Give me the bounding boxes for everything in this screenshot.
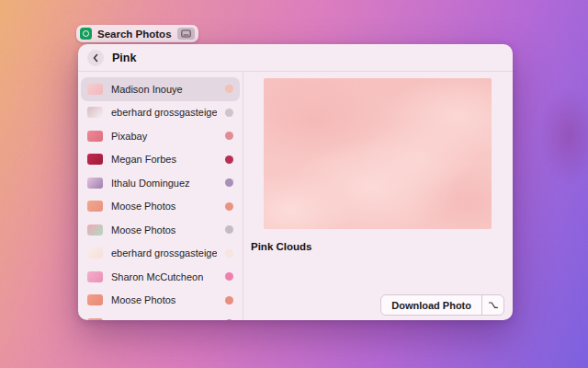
average-color-dot [225,155,233,164]
download-button-label: Download Photo [381,295,481,315]
list-item[interactable]: Moose Photos [81,195,240,219]
average-color-dot [225,225,233,234]
list-item[interactable]: Moose Photos [81,218,240,242]
photographer-name: Moose Photos [111,224,217,236]
page-title: Pink [112,52,136,64]
average-color-dot [225,85,233,93]
photographer-name: Pixabay [111,131,217,142]
photo-thumbnail [87,107,103,118]
list-item[interactable]: Ithalu Dominguez [81,171,240,195]
list-item[interactable]: Megan Forbes [81,148,240,172]
photographer-name: eberhard grossgasteiger [111,107,217,118]
list-item[interactable]: Madison Inouye [81,77,240,101]
list-item[interactable]: Jeffrey Czum [81,312,240,320]
photo-thumbnail [87,224,103,236]
average-color-dot [225,319,233,320]
photographer-name: Madison Inouye [111,84,217,95]
photo-thumbnail [87,271,103,282]
photo-thumbnail [87,154,103,165]
photo-thumbnail [87,178,103,189]
download-photo-button[interactable]: Download Photo [380,294,504,316]
average-color-dot [225,132,233,140]
average-color-dot [225,178,233,187]
chevron-left-icon [92,53,99,63]
photographer-name: eberhard grossgasteiger [111,247,217,259]
list-item[interactable]: eberhard grossgasteiger [81,101,240,125]
list-item[interactable]: eberhard grossgasteiger [81,242,240,266]
photographer-name: Megan Forbes [111,154,217,165]
average-color-dot [225,202,233,211]
keyboard-icon [177,28,195,40]
photographer-name: Ithalu Dominguez [111,178,217,189]
list-item[interactable]: Pixabay [81,124,240,148]
back-button[interactable] [87,50,104,66]
detail-panel: Pink Clouds Download Photo [243,72,513,320]
photo-thumbnail [87,247,103,259]
launcher-label: Search Photos [97,29,172,40]
shortcut-key-icon [482,295,503,315]
average-color-dot [225,272,233,281]
photo-preview [264,78,492,229]
photo-thumbnail [87,131,103,142]
photographer-name: Jeffrey Czum [111,318,217,320]
average-color-dot [225,249,233,258]
window-header: Pink [78,44,513,72]
background-grain-blob [529,85,588,232]
window-body: Madison Inouye eberhard grossgasteiger P… [78,72,513,320]
photographer-list: Madison Inouye eberhard grossgasteiger P… [78,72,243,320]
list-item[interactable]: Sharon McCutcheon [81,265,240,289]
search-photos-window: Pink Madison Inouye eberhard grossgastei… [78,44,513,320]
list-item[interactable]: Moose Photos [81,289,240,313]
photo-title: Pink Clouds [251,241,311,252]
average-color-dot [225,296,233,305]
photographer-name: Moose Photos [111,201,217,212]
photo-thumbnail [87,201,103,212]
photo-thumbnail [87,294,103,305]
extension-icon [80,28,92,40]
photographer-name: Moose Photos [111,294,217,305]
photographer-name: Sharon McCutcheon [111,271,217,282]
photo-thumbnail [87,318,103,320]
photo-thumbnail [87,84,103,95]
average-color-dot [225,109,233,117]
launcher-pill[interactable]: Search Photos [76,25,198,42]
